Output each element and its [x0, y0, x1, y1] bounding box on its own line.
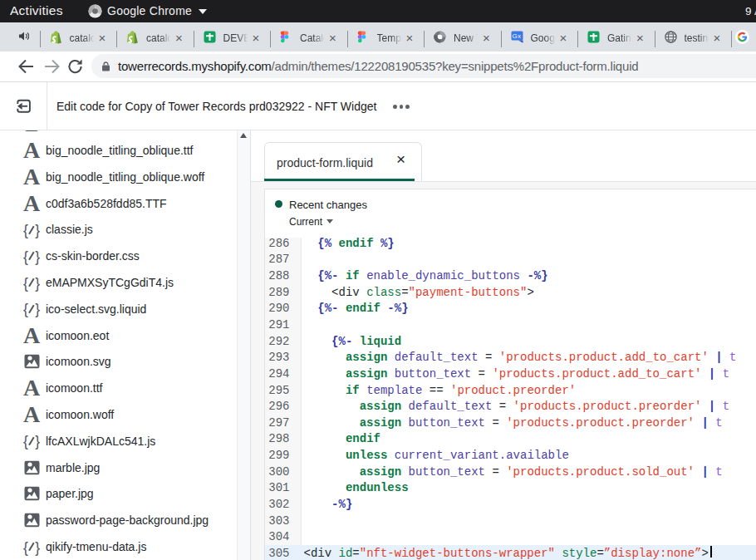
- svg-text:x: x: [518, 32, 521, 39]
- svg-text:G: G: [512, 32, 517, 40]
